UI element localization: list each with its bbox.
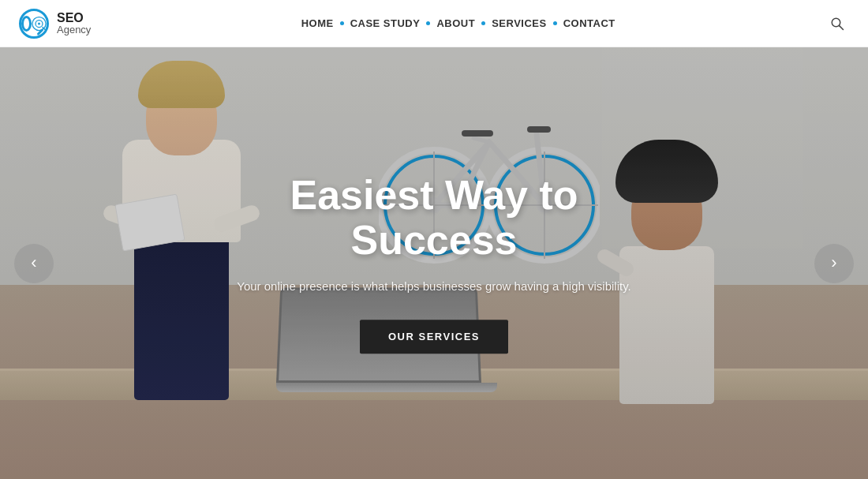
main-nav: HOME CASE STUDY ABOUT SERVICES CONTACT	[300, 14, 617, 32]
logo-svg	[32, 9, 47, 39]
header: SEO Agency HOME CASE STUDY ABOUT SERVICE…	[0, 0, 868, 47]
logo[interactable]: SEO Agency	[19, 9, 91, 39]
nav-contact[interactable]: CONTACT	[562, 14, 617, 32]
hero-content: Easiest Way to Success Your online prese…	[237, 173, 631, 354]
nav-about[interactable]: ABOUT	[435, 14, 477, 32]
search-icon	[830, 17, 844, 31]
nav-dot-2	[426, 21, 430, 25]
logo-icon	[19, 9, 49, 39]
nav-services-label: SERVICES	[492, 17, 547, 29]
nav-case-study[interactable]: CASE STUDY	[349, 14, 422, 32]
nav-about-label: ABOUT	[436, 17, 475, 29]
hero-section: Easiest Way to Success Your online prese…	[0, 47, 868, 479]
nav-contact-label: CONTACT	[563, 17, 615, 29]
svg-point-2	[38, 22, 40, 24]
nav-home[interactable]: HOME	[300, 14, 335, 32]
logo-text: SEO Agency	[57, 11, 91, 36]
hero-subtitle: Your online presence is what helps busin…	[237, 277, 631, 296]
chevron-right-icon: ›	[831, 254, 836, 271]
nav-dot-1	[340, 21, 344, 25]
cta-button[interactable]: OUR SERVICES	[360, 320, 508, 354]
carousel-next-button[interactable]: ›	[814, 244, 854, 283]
hero-title: Easiest Way to Success	[237, 173, 631, 263]
nav-services[interactable]: SERVICES	[490, 14, 548, 32]
nav-dot-3	[481, 21, 485, 25]
logo-seo-text: SEO	[57, 11, 91, 25]
chevron-left-icon: ‹	[31, 254, 36, 271]
svg-line-5	[840, 25, 844, 29]
nav-dot-4	[553, 21, 557, 25]
logo-agency-text: Agency	[57, 24, 91, 36]
nav-case-study-label: CASE STUDY	[350, 17, 421, 29]
search-button[interactable]	[825, 12, 849, 36]
nav-home-label: HOME	[301, 17, 334, 29]
carousel-prev-button[interactable]: ‹	[14, 244, 54, 283]
